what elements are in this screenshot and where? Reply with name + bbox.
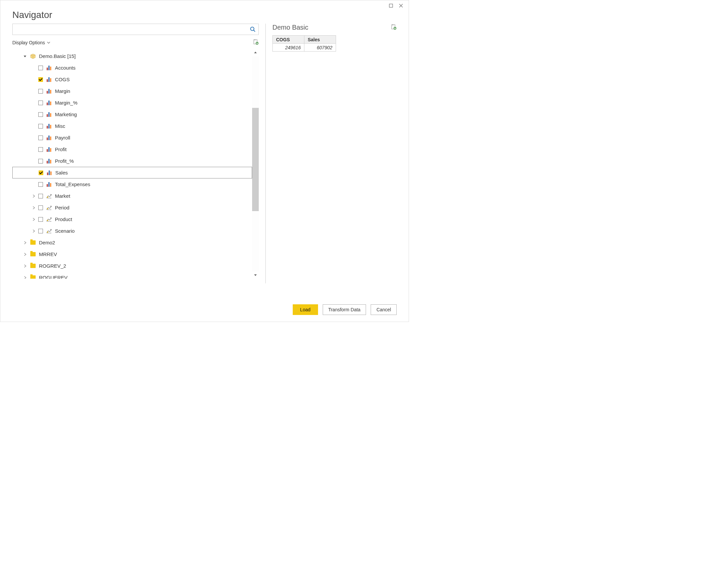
tree-node-measure[interactable]: Profit [12, 144, 252, 155]
tree-node-label: Demo.Basic [15] [39, 53, 251, 59]
tree-node-measure[interactable]: Marketing [12, 109, 252, 120]
tree-checkbox[interactable] [38, 217, 43, 222]
tree-node-measure[interactable]: Misc [12, 120, 252, 132]
preview-pane: Demo Basic COGSSales 249616607902 [272, 23, 397, 300]
tree-node-label: COGS [55, 76, 251, 82]
tree-node-label: Accounts [55, 65, 251, 70]
tree-node-label: Profit_% [55, 158, 251, 164]
tree-node-dimension[interactable]: Period [12, 202, 252, 213]
tree-node-label: Sales [55, 170, 250, 175]
tree-node-dimension[interactable]: Market [12, 190, 252, 202]
tree-node-root[interactable]: Demo.Basic [15] [12, 50, 252, 62]
measure-icon [46, 100, 52, 106]
tree-node-folder[interactable]: Demo2 [12, 237, 252, 248]
tree-checkbox[interactable] [38, 229, 43, 233]
measure-icon [46, 123, 52, 129]
expander-icon[interactable] [23, 241, 27, 245]
window-close-button[interactable] [396, 2, 406, 10]
tree-node-folder[interactable]: ROGREV_2 [12, 260, 252, 272]
expander-icon[interactable] [23, 264, 27, 268]
preview-table: COGSSales 249616607902 [272, 35, 336, 52]
svg-point-14 [47, 231, 48, 232]
tree-checkbox[interactable] [38, 89, 43, 94]
tree-node-measure[interactable]: Total_Expenses [12, 178, 252, 190]
expander-icon[interactable] [23, 276, 27, 279]
expander-icon[interactable] [23, 54, 27, 58]
tree-checkbox[interactable] [38, 112, 43, 117]
measure-icon [46, 158, 52, 164]
dialog-title: Navigator [0, 10, 409, 23]
preview-cell: 249616 [273, 44, 304, 52]
preview-row: 249616607902 [273, 44, 336, 52]
tree-node-label: Scenario [55, 228, 251, 234]
scroll-down-icon[interactable] [252, 271, 259, 279]
svg-rect-0 [389, 4, 393, 7]
tree-checkbox[interactable] [38, 66, 43, 70]
navigator-tree: Demo.Basic [15] AccountsCOGSMarginMargin… [12, 49, 252, 279]
svg-point-10 [47, 208, 48, 209]
measure-icon [46, 169, 53, 176]
tree-checkbox[interactable] [38, 182, 43, 187]
expander-icon[interactable] [32, 194, 36, 198]
dimension-icon [46, 228, 52, 235]
expander-icon[interactable] [23, 252, 27, 256]
expander-icon[interactable] [32, 206, 36, 210]
scroll-track[interactable] [252, 56, 259, 271]
svg-point-8 [47, 197, 48, 198]
tree-node-folder[interactable]: MRREV [12, 248, 252, 260]
tree-checkbox[interactable] [38, 147, 43, 152]
tree-node-label: Period [55, 205, 251, 210]
tree-node-measure[interactable]: Accounts [12, 62, 252, 73]
preview-refresh-icon[interactable] [391, 24, 397, 31]
tree-checkbox[interactable] [38, 136, 43, 140]
measure-icon [46, 135, 52, 141]
expander-icon[interactable] [32, 229, 36, 233]
expander-icon[interactable] [32, 217, 36, 221]
scroll-up-icon[interactable] [252, 49, 259, 56]
display-options-label: Display Options [12, 40, 45, 45]
tree-checkbox[interactable] [38, 159, 43, 163]
search-input[interactable] [13, 24, 247, 35]
refresh-icon[interactable] [253, 39, 259, 46]
tree-checkbox[interactable] [38, 194, 43, 198]
cancel-button[interactable]: Cancel [371, 304, 397, 315]
tree-node-label: MRREV [39, 251, 251, 257]
tree-node-folder[interactable]: ROGUEREV [12, 272, 252, 279]
tree-node-dimension[interactable]: Product [12, 213, 252, 225]
preview-column-header[interactable]: Sales [304, 36, 336, 44]
window-maximize-button[interactable] [386, 2, 396, 10]
folder-icon [30, 240, 36, 246]
folder-icon [30, 251, 36, 258]
tree-scrollbar[interactable] [252, 49, 259, 279]
tree-node-label: Demo2 [39, 240, 251, 245]
tree-checkbox[interactable] [39, 170, 43, 175]
transform-data-button[interactable]: Transform Data [323, 304, 366, 315]
tree-node-measure[interactable]: Sales [12, 167, 252, 178]
tree-checkbox[interactable] [38, 77, 43, 82]
tree-node-dimension[interactable]: Scenario [12, 225, 252, 237]
measure-icon [46, 181, 52, 188]
scroll-thumb[interactable] [252, 108, 259, 211]
tree-node-measure[interactable]: Margin_% [12, 97, 252, 109]
tree-node-measure[interactable]: Margin [12, 85, 252, 97]
preview-column-header[interactable]: COGS [273, 36, 304, 44]
display-options-dropdown[interactable]: Display Options [12, 40, 50, 45]
measure-icon [46, 146, 52, 153]
tree-node-measure[interactable]: COGS [12, 73, 252, 85]
measure-icon [46, 111, 52, 118]
chevron-down-icon [47, 41, 50, 44]
tree-node-label: Product [55, 216, 251, 222]
tree-checkbox[interactable] [38, 205, 43, 210]
preview-cell: 607902 [304, 44, 336, 52]
load-button[interactable]: Load [293, 304, 318, 315]
measure-icon [46, 76, 52, 83]
tree-node-label: Misc [55, 123, 251, 129]
tree-node-measure[interactable]: Payroll [12, 132, 252, 144]
tree-checkbox[interactable] [38, 101, 43, 105]
search-icon[interactable] [247, 24, 258, 35]
pane-divider [265, 23, 266, 283]
cube-icon [30, 53, 36, 60]
tree-checkbox[interactable] [38, 124, 43, 128]
svg-line-4 [254, 30, 255, 32]
tree-node-measure[interactable]: Profit_% [12, 155, 252, 167]
